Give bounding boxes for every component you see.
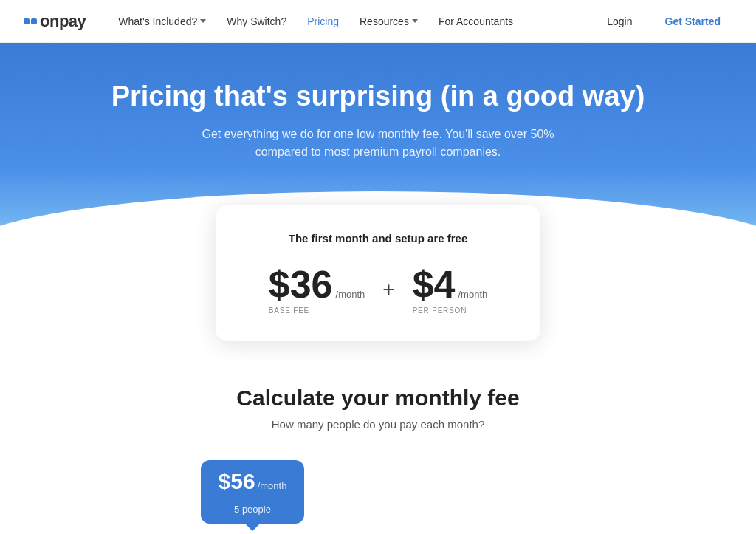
hero-title: Pricing that's surprising (in a good way…: [15, 80, 741, 114]
slider-container: $56 /month 5 people Drag slider to calcu…: [201, 468, 555, 534]
login-link[interactable]: Login: [598, 10, 641, 33]
base-fee-block: $36 /month BASE FEE: [269, 265, 365, 315]
calculator-section: Calculate your monthly fee How many peop…: [0, 341, 756, 534]
base-per: /month: [336, 290, 365, 299]
nav-pricing[interactable]: Pricing: [298, 10, 348, 33]
base-fee-label: BASE FEE: [269, 307, 309, 315]
bubble-per: /month: [258, 480, 287, 491]
per-person-price: $4: [413, 265, 456, 304]
nav-resources[interactable]: Resources: [351, 10, 427, 33]
pricing-card-wrapper: The first month and setup are free $36 /…: [0, 205, 756, 341]
bubble-people: 5 people: [216, 504, 289, 515]
calculator-subheading: How many people do you pay each month?: [15, 418, 741, 431]
base-price-row: $36 /month: [269, 265, 365, 304]
logo-link[interactable]: onpay: [24, 12, 86, 31]
per-person-price-row: $4 /month: [413, 265, 488, 304]
per-person-label: PER PERSON: [413, 307, 467, 315]
bubble-price-row: $56 /month: [216, 470, 289, 493]
nav-whats-included[interactable]: What's Included?: [109, 10, 215, 33]
nav-why-switch[interactable]: Why Switch?: [218, 10, 295, 33]
pricing-card: The first month and setup are free $36 /…: [216, 205, 540, 341]
logo-text: onpay: [40, 12, 86, 31]
bubble-divider: [216, 499, 289, 499]
logo-icon: [24, 18, 37, 24]
first-month-label: The first month and setup are free: [260, 232, 496, 244]
base-price: $36: [269, 265, 333, 304]
nav-for-accountants[interactable]: For Accountants: [430, 10, 522, 33]
hero-subtitle: Get everything we do for one low monthly…: [186, 126, 570, 161]
nav-links: What's Included? Why Switch? Pricing Res…: [109, 10, 598, 33]
navigation: onpay What's Included? Why Switch? Prici…: [0, 0, 756, 43]
nav-right: Login Get Started: [598, 10, 732, 33]
price-bubble: $56 /month 5 people: [201, 460, 304, 524]
pricing-amounts: $36 /month BASE FEE + $4 /month PER PERS…: [260, 265, 496, 315]
get-started-button[interactable]: Get Started: [653, 10, 732, 33]
per-person-block: $4 /month PER PERSON: [413, 265, 488, 315]
bubble-price-value: $56: [219, 470, 255, 493]
chevron-down-icon: [200, 19, 206, 23]
per-person-per: /month: [458, 290, 487, 299]
calculator-heading: Calculate your monthly fee: [15, 386, 741, 411]
plus-sign: +: [382, 278, 394, 301]
chevron-down-icon: [412, 19, 418, 23]
